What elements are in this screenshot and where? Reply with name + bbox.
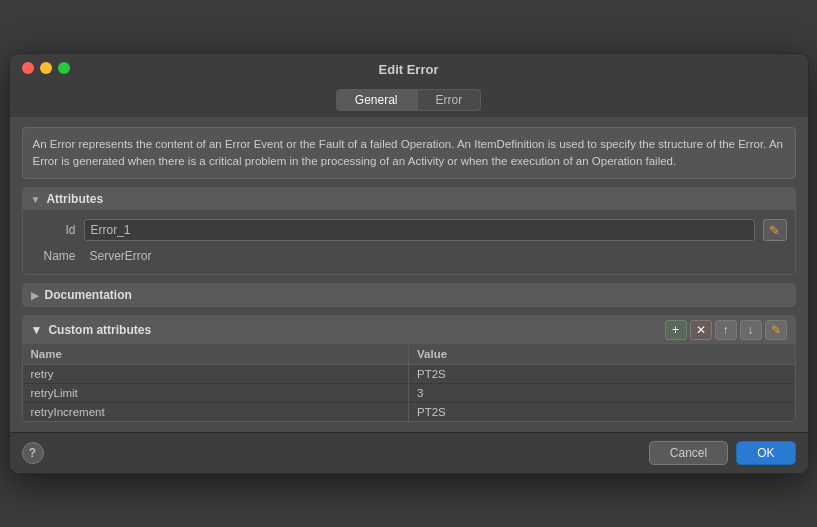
- attributes-section-body: Id ✎ Name ServerError: [23, 210, 795, 274]
- tab-bar: General Error: [10, 83, 808, 117]
- cancel-button[interactable]: Cancel: [649, 441, 728, 465]
- dialog-footer: ? Cancel OK: [10, 432, 808, 473]
- minimize-button[interactable]: [40, 62, 52, 74]
- tab-error[interactable]: Error: [417, 89, 482, 111]
- edit-attribute-button[interactable]: ✎: [765, 320, 787, 340]
- col-header-value: Value: [409, 344, 795, 365]
- attr-value-cell: 3: [409, 384, 795, 403]
- attributes-section-header[interactable]: ▼ Attributes: [23, 188, 795, 210]
- id-label: Id: [31, 223, 76, 237]
- dialog-title: Edit Error: [379, 62, 439, 77]
- attributes-section: ▼ Attributes Id ✎ Name ServerError: [22, 187, 796, 275]
- id-edit-button[interactable]: ✎: [763, 219, 787, 241]
- custom-attributes-body: Name Value retryPT2SretryLimit3retryIncr…: [23, 344, 795, 421]
- dialog-body: An Error represents the content of an Er…: [10, 117, 808, 433]
- attr-name-cell: retry: [23, 365, 409, 384]
- documentation-section-label: Documentation: [45, 288, 132, 302]
- attr-value-cell: PT2S: [409, 365, 795, 384]
- col-header-name: Name: [23, 344, 409, 365]
- custom-attributes-section: ▼ Custom attributes + ✕ ↑ ↓ ✎ Name Val: [22, 315, 796, 422]
- move-down-button[interactable]: ↓: [740, 320, 762, 340]
- close-button[interactable]: [22, 62, 34, 74]
- custom-attributes-header[interactable]: ▼ Custom attributes + ✕ ↑ ↓ ✎: [23, 316, 795, 344]
- custom-attributes-actions: + ✕ ↑ ↓ ✎: [665, 320, 787, 340]
- window-controls: [22, 62, 70, 74]
- attributes-section-label: Attributes: [46, 192, 103, 206]
- custom-attributes-header-left: ▼ Custom attributes: [31, 323, 152, 337]
- attr-name-cell: retryLimit: [23, 384, 409, 403]
- custom-attributes-table: Name Value retryPT2SretryLimit3retryIncr…: [23, 344, 795, 421]
- help-button[interactable]: ?: [22, 442, 44, 464]
- tab-general[interactable]: General: [336, 89, 417, 111]
- attr-name-cell: retryIncrement: [23, 403, 409, 422]
- documentation-section-header[interactable]: ▶ Documentation: [23, 284, 795, 306]
- documentation-section: ▶ Documentation: [22, 283, 796, 307]
- attr-value-cell: PT2S: [409, 403, 795, 422]
- ok-button[interactable]: OK: [736, 441, 795, 465]
- documentation-chevron: ▶: [31, 290, 39, 301]
- edit-error-dialog: Edit Error General Error An Error repres…: [9, 53, 809, 475]
- id-field-row: Id ✎: [31, 216, 787, 244]
- footer-buttons: Cancel OK: [649, 441, 796, 465]
- description-text: An Error represents the content of an Er…: [22, 127, 796, 180]
- move-up-button[interactable]: ↑: [715, 320, 737, 340]
- table-row[interactable]: retryLimit3: [23, 384, 795, 403]
- name-value: ServerError: [84, 247, 787, 265]
- table-row[interactable]: retryIncrementPT2S: [23, 403, 795, 422]
- custom-attrs-chevron: ▼: [31, 323, 43, 337]
- add-attribute-button[interactable]: +: [665, 320, 687, 340]
- name-label: Name: [31, 249, 76, 263]
- custom-attributes-label: Custom attributes: [48, 323, 151, 337]
- table-row[interactable]: retryPT2S: [23, 365, 795, 384]
- remove-attribute-button[interactable]: ✕: [690, 320, 712, 340]
- maximize-button[interactable]: [58, 62, 70, 74]
- id-input[interactable]: [84, 219, 755, 241]
- name-field-row: Name ServerError: [31, 244, 787, 268]
- title-bar: Edit Error: [10, 54, 808, 83]
- attributes-chevron: ▼: [31, 194, 41, 205]
